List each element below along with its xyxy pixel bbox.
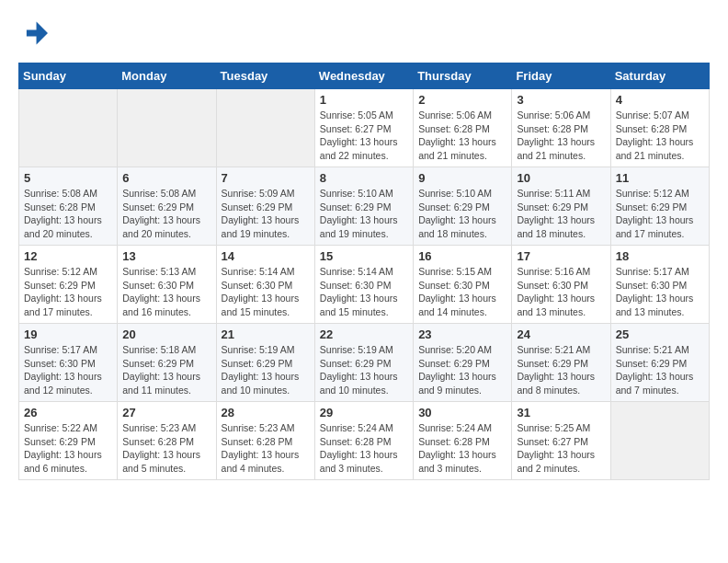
day-info: Sunrise: 5:17 AM Sunset: 6:30 PM Dayligh…	[616, 265, 704, 319]
day-number: 2	[418, 93, 506, 107]
day-number: 14	[222, 249, 310, 263]
day-number: 29	[320, 406, 408, 419]
day-number: 23	[418, 327, 506, 341]
day-number: 25	[616, 327, 704, 341]
day-info: Sunrise: 5:22 AM Sunset: 6:29 PM Dayligh…	[24, 421, 112, 476]
day-number: 10	[517, 171, 605, 185]
calendar-cell: 4Sunrise: 5:07 AM Sunset: 6:28 PM Daylig…	[610, 89, 709, 167]
day-info: Sunrise: 5:07 AM Sunset: 6:28 PM Dayligh…	[616, 109, 704, 163]
day-number: 26	[24, 406, 112, 419]
day-info: Sunrise: 5:10 AM Sunset: 6:29 PM Dayligh…	[418, 187, 506, 241]
day-number: 7	[222, 171, 310, 185]
calendar-cell: 15Sunrise: 5:14 AM Sunset: 6:30 PM Dayli…	[314, 246, 413, 324]
day-info: Sunrise: 5:19 AM Sunset: 6:29 PM Dayligh…	[320, 343, 408, 397]
day-info: Sunrise: 5:20 AM Sunset: 6:29 PM Dayligh…	[418, 343, 506, 397]
day-header-tuesday: Tuesday	[216, 63, 314, 89]
page-header	[18, 18, 710, 48]
calendar-cell: 31Sunrise: 5:25 AM Sunset: 6:27 PM Dayli…	[512, 402, 610, 480]
day-info: Sunrise: 5:24 AM Sunset: 6:28 PM Dayligh…	[418, 421, 506, 476]
calendar-cell: 2Sunrise: 5:06 AM Sunset: 6:28 PM Daylig…	[414, 89, 512, 167]
day-info: Sunrise: 5:09 AM Sunset: 6:29 PM Dayligh…	[222, 187, 310, 241]
day-number: 11	[616, 171, 704, 185]
calendar-cell: 28Sunrise: 5:23 AM Sunset: 6:28 PM Dayli…	[216, 402, 314, 480]
day-number: 16	[418, 249, 506, 263]
calendar-cell: 8Sunrise: 5:10 AM Sunset: 6:29 PM Daylig…	[314, 167, 413, 246]
calendar-cell: 11Sunrise: 5:12 AM Sunset: 6:29 PM Dayli…	[610, 167, 709, 246]
day-info: Sunrise: 5:18 AM Sunset: 6:29 PM Dayligh…	[122, 343, 210, 397]
day-header-sunday: Sunday	[19, 63, 118, 89]
day-header-thursday: Thursday	[414, 63, 512, 89]
day-info: Sunrise: 5:11 AM Sunset: 6:29 PM Dayligh…	[517, 187, 605, 241]
calendar-cell: 21Sunrise: 5:19 AM Sunset: 6:29 PM Dayli…	[216, 324, 314, 402]
day-number: 13	[122, 249, 210, 263]
calendar-cell: 6Sunrise: 5:08 AM Sunset: 6:29 PM Daylig…	[118, 167, 216, 246]
day-info: Sunrise: 5:15 AM Sunset: 6:30 PM Dayligh…	[418, 265, 506, 319]
calendar-week-row: 26Sunrise: 5:22 AM Sunset: 6:29 PM Dayli…	[19, 402, 710, 480]
calendar-cell: 3Sunrise: 5:06 AM Sunset: 6:28 PM Daylig…	[512, 89, 610, 167]
day-header-wednesday: Wednesday	[314, 63, 413, 89]
calendar-cell: 27Sunrise: 5:23 AM Sunset: 6:28 PM Dayli…	[118, 402, 216, 480]
day-info: Sunrise: 5:12 AM Sunset: 6:29 PM Dayligh…	[616, 187, 704, 241]
day-info: Sunrise: 5:17 AM Sunset: 6:30 PM Dayligh…	[24, 343, 112, 397]
day-number: 4	[616, 93, 704, 107]
calendar-cell: 14Sunrise: 5:14 AM Sunset: 6:30 PM Dayli…	[216, 246, 314, 324]
day-info: Sunrise: 5:19 AM Sunset: 6:29 PM Dayligh…	[222, 343, 310, 397]
day-number: 15	[320, 249, 408, 263]
calendar-cell: 16Sunrise: 5:15 AM Sunset: 6:30 PM Dayli…	[414, 246, 512, 324]
calendar-cell: 22Sunrise: 5:19 AM Sunset: 6:29 PM Dayli…	[314, 324, 413, 402]
logo	[18, 18, 51, 48]
calendar-cell: 25Sunrise: 5:21 AM Sunset: 6:29 PM Dayli…	[610, 324, 709, 402]
logo-icon	[18, 18, 48, 48]
day-header-saturday: Saturday	[610, 63, 709, 89]
calendar-cell: 24Sunrise: 5:21 AM Sunset: 6:29 PM Dayli…	[512, 324, 610, 402]
calendar-week-row: 5Sunrise: 5:08 AM Sunset: 6:28 PM Daylig…	[19, 167, 710, 246]
calendar-cell: 20Sunrise: 5:18 AM Sunset: 6:29 PM Dayli…	[118, 324, 216, 402]
calendar-week-row: 19Sunrise: 5:17 AM Sunset: 6:30 PM Dayli…	[19, 324, 710, 402]
day-info: Sunrise: 5:10 AM Sunset: 6:29 PM Dayligh…	[320, 187, 408, 241]
day-info: Sunrise: 5:06 AM Sunset: 6:28 PM Dayligh…	[517, 109, 605, 163]
calendar-cell: 23Sunrise: 5:20 AM Sunset: 6:29 PM Dayli…	[414, 324, 512, 402]
day-info: Sunrise: 5:21 AM Sunset: 6:29 PM Dayligh…	[616, 343, 704, 397]
calendar-table: SundayMondayTuesdayWednesdayThursdayFrid…	[18, 63, 710, 480]
calendar-cell: 17Sunrise: 5:16 AM Sunset: 6:30 PM Dayli…	[512, 246, 610, 324]
day-number: 24	[517, 327, 605, 341]
day-header-friday: Friday	[512, 63, 610, 89]
day-number: 27	[122, 406, 210, 419]
calendar-cell: 5Sunrise: 5:08 AM Sunset: 6:28 PM Daylig…	[19, 167, 118, 246]
day-info: Sunrise: 5:06 AM Sunset: 6:28 PM Dayligh…	[418, 109, 506, 163]
calendar-cell	[610, 402, 709, 480]
day-number: 9	[418, 171, 506, 185]
day-number: 22	[320, 327, 408, 341]
day-number: 21	[222, 327, 310, 341]
day-number: 19	[24, 327, 112, 341]
day-number: 20	[122, 327, 210, 341]
calendar-cell	[19, 89, 118, 167]
calendar-cell	[118, 89, 216, 167]
day-info: Sunrise: 5:14 AM Sunset: 6:30 PM Dayligh…	[222, 265, 310, 319]
svg-marker-0	[27, 22, 48, 45]
day-number: 6	[122, 171, 210, 185]
calendar-cell: 18Sunrise: 5:17 AM Sunset: 6:30 PM Dayli…	[610, 246, 709, 324]
day-info: Sunrise: 5:14 AM Sunset: 6:30 PM Dayligh…	[320, 265, 408, 319]
day-number: 3	[517, 93, 605, 107]
day-info: Sunrise: 5:25 AM Sunset: 6:27 PM Dayligh…	[517, 421, 605, 476]
calendar-cell: 10Sunrise: 5:11 AM Sunset: 6:29 PM Dayli…	[512, 167, 610, 246]
calendar-cell: 26Sunrise: 5:22 AM Sunset: 6:29 PM Dayli…	[19, 402, 118, 480]
calendar-week-row: 1Sunrise: 5:05 AM Sunset: 6:27 PM Daylig…	[19, 89, 710, 167]
day-header-monday: Monday	[118, 63, 216, 89]
day-info: Sunrise: 5:16 AM Sunset: 6:30 PM Dayligh…	[517, 265, 605, 319]
calendar-cell: 19Sunrise: 5:17 AM Sunset: 6:30 PM Dayli…	[19, 324, 118, 402]
day-info: Sunrise: 5:13 AM Sunset: 6:30 PM Dayligh…	[122, 265, 210, 319]
day-number: 18	[616, 249, 704, 263]
day-info: Sunrise: 5:05 AM Sunset: 6:27 PM Dayligh…	[320, 109, 408, 163]
calendar-cell: 9Sunrise: 5:10 AM Sunset: 6:29 PM Daylig…	[414, 167, 512, 246]
day-number: 12	[24, 249, 112, 263]
day-info: Sunrise: 5:08 AM Sunset: 6:29 PM Dayligh…	[122, 187, 210, 241]
calendar-cell: 29Sunrise: 5:24 AM Sunset: 6:28 PM Dayli…	[314, 402, 413, 480]
calendar-cell: 13Sunrise: 5:13 AM Sunset: 6:30 PM Dayli…	[118, 246, 216, 324]
calendar-cell: 30Sunrise: 5:24 AM Sunset: 6:28 PM Dayli…	[414, 402, 512, 480]
day-info: Sunrise: 5:21 AM Sunset: 6:29 PM Dayligh…	[517, 343, 605, 397]
day-info: Sunrise: 5:23 AM Sunset: 6:28 PM Dayligh…	[222, 421, 310, 476]
calendar-cell: 1Sunrise: 5:05 AM Sunset: 6:27 PM Daylig…	[314, 89, 413, 167]
calendar-cell	[216, 89, 314, 167]
